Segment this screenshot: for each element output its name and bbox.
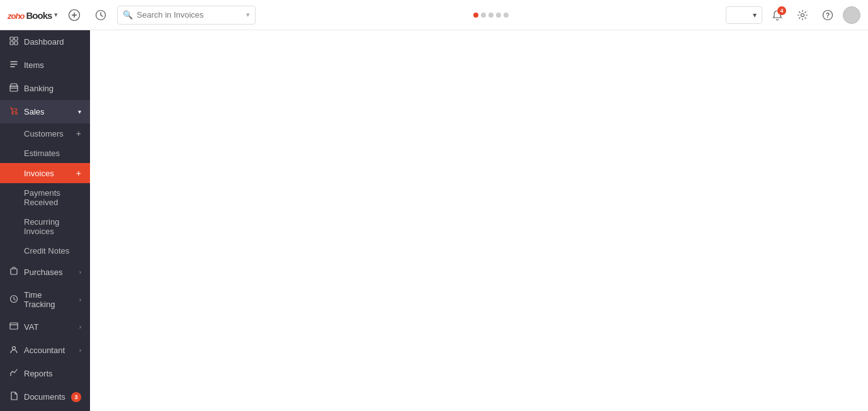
svg-point-4 [801, 13, 804, 16]
settings-button[interactable] [792, 5, 813, 25]
topbar: zoho Books ▾ 🔍 ▾ ▾ [0, 0, 868, 30]
plus-icon [69, 9, 80, 21]
svg-rect-14 [11, 269, 17, 274]
time-tracking-chevron-icon: › [79, 296, 81, 303]
history-button[interactable] [91, 5, 111, 25]
svg-point-13 [16, 113, 18, 115]
sidebar-subitem-credit-notes[interactable]: Credit Notes [0, 241, 90, 261]
sidebar-item-label-reports: Reports [24, 369, 81, 378]
sales-chevron-icon: ▾ [78, 108, 81, 115]
dashboard-icon [9, 37, 19, 47]
sidebar-item-sales[interactable]: Sales ▾ [0, 100, 90, 123]
sidebar-item-label-documents: Documents [24, 392, 66, 402]
sidebar-item-label-dashboard: Dashboard [24, 37, 81, 47]
invoices-add-icon[interactable]: + [76, 168, 81, 178]
sidebar-item-reports[interactable]: Reports [0, 362, 90, 385]
svg-rect-8 [14, 37, 18, 40]
avatar[interactable] [843, 6, 860, 24]
svg-text:?: ? [826, 12, 830, 19]
add-button[interactable] [64, 5, 84, 25]
search-dropdown-btn[interactable]: ▾ [246, 11, 250, 19]
search-icon: 🔍 [123, 10, 133, 20]
vat-chevron-icon: › [79, 324, 81, 330]
help-icon: ? [822, 9, 833, 21]
dot-5 [504, 13, 509, 18]
chevron-down-icon: ▾ [54, 11, 58, 19]
reports-icon [9, 368, 19, 379]
sidebar-subitem-label-estimates: Estimates [24, 149, 60, 158]
svg-rect-9 [10, 42, 13, 45]
sidebar-item-label-purchases: Purchases [24, 267, 74, 277]
org-selector[interactable]: ▾ [726, 6, 762, 24]
documents-badge: 3 [71, 392, 81, 402]
sidebar-item-label-vat: VAT [24, 322, 74, 332]
documents-icon [9, 391, 19, 402]
sidebar-subitem-label-payments-received: Payments Received [24, 188, 81, 207]
accountant-icon [9, 345, 19, 356]
svg-rect-7 [10, 37, 13, 40]
time-tracking-icon [9, 295, 19, 305]
sidebar-subitem-label-recurring-invoices: Recurring Invoices [24, 217, 81, 236]
vat-icon [9, 322, 19, 332]
sidebar-item-items[interactable]: Items [0, 53, 90, 77]
sidebar: Dashboard Items Banking Sales ▾ Customer… [0, 30, 90, 411]
svg-rect-11 [10, 86, 18, 91]
purchases-icon [9, 267, 19, 278]
sidebar-item-purchases[interactable]: Purchases › [0, 261, 90, 284]
sidebar-subitem-label-invoices: Invoices [24, 169, 54, 178]
sidebar-subitem-payments-received[interactable]: Payments Received [0, 183, 90, 212]
sidebar-subitem-invoices[interactable]: Invoices + [0, 163, 90, 183]
search-bar: 🔍 ▾ [117, 6, 256, 25]
sidebar-item-dashboard[interactable]: Dashboard [0, 30, 90, 53]
sales-icon [9, 106, 19, 117]
logo-area[interactable]: zoho Books ▾ [8, 8, 58, 22]
svg-point-12 [12, 113, 14, 115]
dot-2 [481, 13, 486, 18]
sidebar-subitem-recurring-invoices[interactable]: Recurring Invoices [0, 212, 90, 241]
sidebar-item-documents[interactable]: Documents 3 [0, 385, 90, 408]
org-chevron-icon: ▾ [753, 11, 757, 20]
sidebar-item-banking[interactable]: Banking [0, 77, 90, 100]
sidebar-item-time-tracking[interactable]: Time Tracking › [0, 284, 90, 315]
sidebar-item-label-banking: Banking [24, 84, 81, 93]
accountant-chevron-icon: › [79, 347, 81, 354]
dot-3 [488, 13, 493, 18]
org-name [731, 11, 750, 20]
logo-icon: zoho Books [8, 8, 52, 22]
topbar-right: ▾ 4 ? [726, 5, 860, 25]
svg-rect-16 [10, 323, 18, 329]
dot-4 [496, 13, 501, 18]
gear-icon [797, 9, 808, 21]
notification-button[interactable]: 4 [767, 5, 787, 25]
loading-dots [473, 13, 509, 18]
sidebar-item-accountant[interactable]: Accountant › [0, 339, 90, 362]
svg-point-17 [13, 347, 16, 350]
sidebar-subitem-label-credit-notes: Credit Notes [24, 246, 69, 256]
dot-1 [473, 13, 478, 18]
customers-add-icon[interactable]: + [76, 128, 81, 138]
main-layout: Dashboard Items Banking Sales ▾ Customer… [0, 30, 868, 411]
sidebar-item-vat[interactable]: VAT › [0, 315, 90, 339]
sidebar-item-label-accountant: Accountant [24, 346, 74, 355]
sidebar-item-label-time-tracking: Time Tracking [24, 290, 74, 309]
content-area [90, 30, 868, 411]
sidebar-subitem-label-customers: Customers [24, 129, 64, 138]
search-input[interactable] [137, 10, 242, 20]
banking-icon [9, 83, 19, 94]
svg-rect-10 [14, 42, 18, 45]
sidebar-item-label-items: Items [24, 60, 81, 70]
sidebar-subitem-customers[interactable]: Customers + [0, 123, 90, 144]
notification-badge: 4 [777, 6, 786, 15]
sidebar-subitem-estimates[interactable]: Estimates [0, 144, 90, 163]
purchases-chevron-icon: › [79, 269, 81, 276]
sidebar-item-label-sales: Sales [24, 107, 73, 116]
items-icon [9, 60, 19, 70]
history-icon [95, 9, 106, 21]
help-button[interactable]: ? [818, 5, 838, 25]
